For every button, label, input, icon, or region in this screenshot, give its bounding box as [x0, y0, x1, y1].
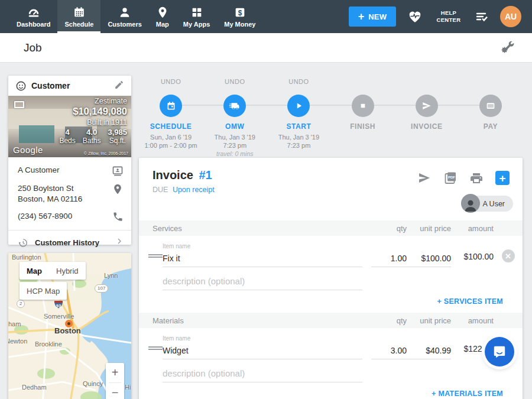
map-label-burlington: Burlington — [12, 254, 41, 261]
map-type-hybrid-button[interactable]: Hybrid — [49, 262, 86, 280]
property-photo[interactable]: Zestimate $10,149,080 Built in 1911 4 4.… — [8, 96, 131, 157]
assigned-user-chip[interactable]: A User — [461, 196, 513, 212]
history-icon — [18, 238, 28, 248]
nav-item-dashboard[interactable]: Dashboard — [9, 0, 57, 33]
drag-handle-icon[interactable] — [148, 253, 163, 267]
pay-step-label: PAY — [484, 122, 498, 131]
nav-label-customers: Customers — [108, 21, 141, 28]
item-name-label: Item name — [163, 243, 362, 249]
job-progress-steps: UNDO SCHEDULE Sun, Jan 6 '19 1:00 pm - 2… — [139, 78, 523, 155]
my-apps-icon — [190, 6, 203, 19]
omw-step-button[interactable] — [223, 95, 246, 117]
materials-unit-price-input[interactable] — [407, 343, 451, 359]
map-zoom-control: + − — [106, 363, 124, 399]
customer-history-row[interactable]: Customer History — [8, 231, 131, 254]
customer-name-row: A Customer — [8, 165, 131, 177]
schedule-step-label: SCHEDULE — [150, 122, 192, 131]
due-label: DUE — [153, 186, 168, 194]
unit-price-column-header-2: unit price — [407, 316, 451, 325]
zestimate-value: $10,149,080 — [59, 106, 127, 117]
services-unit-price-input[interactable] — [407, 251, 451, 267]
svg-text:PDF: PDF — [448, 176, 455, 179]
step-invoice: INVOICE — [395, 78, 459, 157]
map-zoom-out-button[interactable]: − — [106, 383, 124, 399]
remove-services-item-button[interactable]: ✕ — [502, 249, 515, 262]
customer-history-label: Customer History — [35, 238, 99, 247]
chat-support-button[interactable] — [485, 337, 514, 366]
nav-right-cluster: + NEW HELP CENTER AU — [349, 0, 532, 33]
tasks-list-icon[interactable] — [474, 9, 489, 24]
mini-map[interactable]: Burlington Lynn Somerville ham Boston Ne… — [8, 253, 131, 399]
materials-description-input[interactable] — [163, 366, 362, 382]
nav-item-my-money[interactable]: $ My Money — [217, 0, 262, 33]
send-invoice-icon[interactable] — [417, 171, 432, 185]
print-icon[interactable] — [469, 171, 484, 185]
hcp-map-button[interactable]: HCP Map — [20, 282, 67, 300]
services-qty-input[interactable] — [371, 251, 407, 267]
location-pin-icon[interactable] — [112, 183, 124, 195]
customer-card-header: Customer — [8, 76, 131, 96]
finish-step-button[interactable] — [352, 95, 374, 117]
services-description-input[interactable] — [163, 274, 362, 290]
i93-shield: 93 — [53, 300, 64, 309]
phone-icon[interactable] — [112, 211, 124, 222]
materials-item-name-input[interactable] — [163, 343, 362, 359]
nav-item-map[interactable]: Map — [149, 0, 176, 33]
materials-section-label: Materials — [153, 316, 371, 325]
pdf-icon[interactable]: PDF — [443, 171, 458, 185]
assigned-user-avatar-icon — [461, 194, 480, 213]
start-step-button[interactable] — [287, 95, 310, 117]
health-heart-icon[interactable] — [407, 9, 423, 24]
customer-name: A Customer — [18, 165, 60, 176]
start-undo-button[interactable]: UNDO — [288, 78, 309, 90]
services-section-label: Services — [153, 224, 371, 233]
add-services-item-link[interactable]: + SERVICES ITEM — [139, 297, 523, 306]
schedule-step-button[interactable] — [160, 95, 182, 117]
map-icon — [156, 6, 169, 19]
chevron-right-icon — [115, 236, 124, 248]
nav-item-my-apps[interactable]: My Apps — [176, 0, 217, 33]
edit-customer-pencil-icon[interactable] — [114, 80, 124, 92]
due-terms-link[interactable]: Upon receipt — [173, 186, 215, 194]
qty-column-header: qty — [371, 224, 407, 233]
invoice-step-label: INVOICE — [411, 122, 443, 131]
add-invoice-button[interactable]: + — [495, 171, 510, 185]
invoice-step-button[interactable] — [416, 95, 438, 117]
user-avatar[interactable]: AU — [500, 6, 521, 27]
nav-label-dashboard: Dashboard — [17, 21, 50, 28]
route-107-badge: 107 — [95, 284, 108, 293]
job-settings-button[interactable] — [500, 39, 515, 57]
schedule-undo-button[interactable]: UNDO — [161, 78, 181, 90]
services-item-name-input[interactable] — [163, 251, 362, 267]
add-materials-item-link[interactable]: + MATERIALS ITEM — [139, 390, 523, 398]
sqft-value: 3,985 — [108, 128, 127, 137]
map-type-map-button[interactable]: Map — [20, 262, 49, 280]
materials-qty-input[interactable] — [371, 343, 407, 359]
baths-value: 4.0 — [83, 128, 101, 137]
contact-card-icon[interactable] — [112, 165, 124, 177]
invoice-due-row: DUE Upon receipt — [153, 186, 511, 194]
new-button[interactable]: + NEW — [349, 7, 396, 27]
help-center-link[interactable]: HELP CENTER — [434, 9, 463, 24]
map-label-hi: Hi — [125, 384, 131, 391]
nav-label-my-money: My Money — [224, 21, 255, 28]
invoice-header: Invoice #1 DUE Upon receipt PDF + A User — [139, 158, 523, 220]
sqft-label: Sq.ft. — [108, 137, 127, 145]
omw-undo-button[interactable]: UNDO — [225, 78, 245, 90]
amount-column-header: amount — [451, 224, 494, 233]
truck-step-icon — [229, 100, 241, 112]
nav-item-schedule[interactable]: Schedule — [57, 0, 100, 33]
pay-step-button[interactable] — [479, 95, 502, 117]
nav-item-customers[interactable]: Customers — [100, 0, 148, 33]
map-zoom-in-button[interactable]: + — [106, 363, 124, 382]
start-time: 7:23 pm — [287, 142, 311, 149]
job-header-bar: Job — [0, 33, 532, 63]
omw-time: 7:23 pm — [223, 142, 246, 149]
play-step-icon — [293, 100, 304, 111]
drag-handle-icon-2[interactable] — [148, 345, 163, 359]
step-start: UNDO START Thu, Jan 3 '19 7:23 pm — [267, 78, 330, 157]
services-item-row: Item name $100.00 ✕ — [139, 236, 523, 267]
map-label-newton: Newton — [8, 338, 27, 345]
photo-storefront — [19, 125, 54, 143]
customer-phone: (234) 567-8900 — [18, 211, 72, 222]
